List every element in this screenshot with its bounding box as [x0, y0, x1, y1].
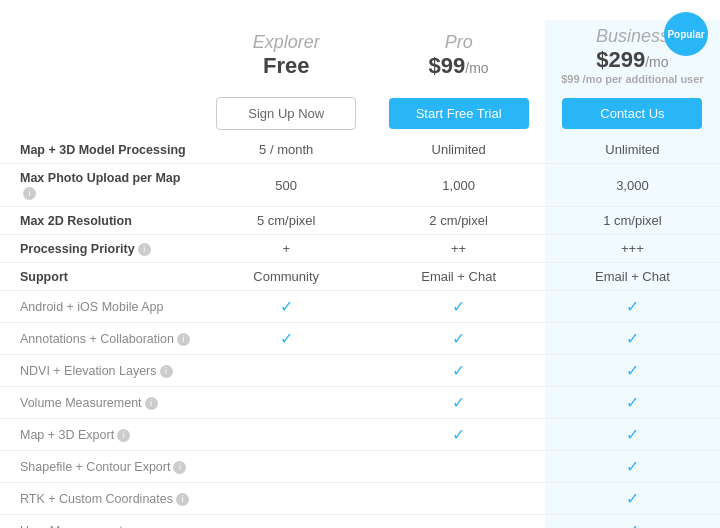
- explorer-btn-top-cell: Sign Up Now: [200, 91, 372, 136]
- pro-feature-cell: 2 cm/pixel: [372, 207, 544, 235]
- feature-label: Annotations + Collaboration: [20, 332, 174, 346]
- pro-feature-cell: ✓: [372, 323, 544, 355]
- business-feature-cell: Email + Chat: [545, 263, 720, 291]
- feature-label: Processing Priority: [20, 242, 135, 256]
- pro-feature-cell: ✓: [372, 355, 544, 387]
- business-feature-cell: ✓: [545, 323, 720, 355]
- explorer-feature-cell: [200, 483, 372, 515]
- pro-trial-top-button[interactable]: Start Free Trial: [389, 98, 529, 129]
- feature-label: Map + 3D Export: [20, 428, 114, 442]
- feature-label-cell: RTK + Custom Coordinatesi: [0, 483, 200, 515]
- pro-feature-cell: [372, 515, 544, 528]
- business-feature-cell: ✓: [545, 419, 720, 451]
- pro-feature-cell: [372, 483, 544, 515]
- table-row: NDVI + Elevation Layersi✓✓: [0, 355, 720, 387]
- pro-plan-name: Pro: [380, 32, 536, 53]
- feature-label: RTK + Custom Coordinates: [20, 492, 173, 506]
- table-row: Max Photo Upload per Mapi5001,0003,000: [0, 164, 720, 207]
- feature-label: Volume Measurement: [20, 396, 142, 410]
- explorer-col-header: Explorer Free: [200, 20, 372, 91]
- business-feature-cell: 3,000: [545, 164, 720, 207]
- info-icon[interactable]: i: [23, 187, 36, 200]
- business-feature-cell: ✓: [545, 291, 720, 323]
- business-contact-top-button[interactable]: Contact Us: [562, 98, 702, 129]
- explorer-signup-top-button[interactable]: Sign Up Now: [216, 97, 356, 130]
- info-icon[interactable]: i: [177, 333, 190, 346]
- feature-label-cell: Android + iOS Mobile App: [0, 291, 200, 323]
- table-row: Processing Priorityi++++++: [0, 235, 720, 263]
- check-icon: ✓: [626, 362, 639, 379]
- explorer-price: Free: [208, 53, 364, 79]
- table-row: Annotations + Collaborationi✓✓✓: [0, 323, 720, 355]
- feature-label-cell: Max 2D Resolution: [0, 207, 200, 235]
- pro-feature-cell: ✓: [372, 419, 544, 451]
- check-icon: ✓: [626, 522, 639, 528]
- pro-per-mo: /mo: [465, 60, 488, 76]
- check-icon: ✓: [452, 426, 465, 443]
- check-icon: ✓: [626, 426, 639, 443]
- business-feature-cell: ✓: [545, 451, 720, 483]
- business-feature-cell: 1 cm/pixel: [545, 207, 720, 235]
- business-price-value: $299: [596, 47, 645, 72]
- pro-feature-cell: ++: [372, 235, 544, 263]
- pro-btn-top-cell: Start Free Trial: [372, 91, 544, 136]
- pro-col-header: Pro $99/mo: [372, 20, 544, 91]
- pro-price-value: $99: [429, 53, 466, 78]
- check-icon: ✓: [626, 394, 639, 411]
- info-icon[interactable]: i: [138, 243, 151, 256]
- table-row: Android + iOS Mobile App✓✓✓: [0, 291, 720, 323]
- explorer-feature-cell: Community: [200, 263, 372, 291]
- explorer-feature-cell: 5 cm/pixel: [200, 207, 372, 235]
- explorer-feature-cell: 500: [200, 164, 372, 207]
- business-feature-cell: ✓: [545, 387, 720, 419]
- business-btn-top-cell: Contact Us: [545, 91, 720, 136]
- table-row: Volume Measurementi✓✓: [0, 387, 720, 419]
- feature-label: User Management: [20, 524, 123, 528]
- explorer-plan-name: Explorer: [208, 32, 364, 53]
- explorer-feature-cell: 5 / month: [200, 136, 372, 164]
- table-row: Map + 3D Exporti✓✓: [0, 419, 720, 451]
- pro-feature-cell: 1,000: [372, 164, 544, 207]
- pro-feature-cell: Email + Chat: [372, 263, 544, 291]
- check-icon: ✓: [626, 458, 639, 475]
- explorer-feature-cell: [200, 419, 372, 451]
- popular-badge: Popular: [664, 12, 708, 56]
- pricing-page: Popular Explorer Free Pro $99/mo Busines…: [0, 0, 720, 528]
- feature-label: Shapefile + Contour Export: [20, 460, 170, 474]
- feature-label-cell: Max Photo Upload per Mapi: [0, 164, 200, 207]
- explorer-feature-cell: [200, 355, 372, 387]
- check-icon: ✓: [280, 298, 293, 315]
- check-icon: ✓: [626, 298, 639, 315]
- table-row: RTK + Custom Coordinatesi✓: [0, 483, 720, 515]
- feature-label-cell: Volume Measurementi: [0, 387, 200, 419]
- check-icon: ✓: [452, 330, 465, 347]
- table-row: SupportCommunityEmail + ChatEmail + Chat: [0, 263, 720, 291]
- pricing-table: Explorer Free Pro $99/mo Business $299/m…: [0, 20, 720, 528]
- pro-feature-cell: ✓: [372, 291, 544, 323]
- feature-label: Map + 3D Model Processing: [20, 143, 186, 157]
- feature-label-cell: User Management: [0, 515, 200, 528]
- info-icon[interactable]: i: [173, 461, 186, 474]
- feature-label: Max Photo Upload per Map: [20, 171, 180, 185]
- check-icon: ✓: [452, 362, 465, 379]
- feature-col-header: [0, 20, 200, 91]
- feature-label: NDVI + Elevation Layers: [20, 364, 157, 378]
- explorer-feature-cell: [200, 387, 372, 419]
- info-icon[interactable]: i: [160, 365, 173, 378]
- explorer-feature-cell: [200, 515, 372, 528]
- pro-price: $99/mo: [380, 53, 536, 79]
- table-row: Shapefile + Contour Exporti✓: [0, 451, 720, 483]
- info-icon[interactable]: i: [145, 397, 158, 410]
- explorer-feature-cell: ✓: [200, 323, 372, 355]
- feature-label-cell: NDVI + Elevation Layersi: [0, 355, 200, 387]
- table-row: Map + 3D Model Processing5 / monthUnlimi…: [0, 136, 720, 164]
- business-feature-cell: +++: [545, 235, 720, 263]
- info-icon[interactable]: i: [176, 493, 189, 506]
- feature-label-cell: Shapefile + Contour Exporti: [0, 451, 200, 483]
- business-feature-cell: Unlimited: [545, 136, 720, 164]
- feature-label-cell: Map + 3D Exporti: [0, 419, 200, 451]
- info-icon[interactable]: i: [117, 429, 130, 442]
- check-icon: ✓: [280, 330, 293, 347]
- feature-label: Max 2D Resolution: [20, 214, 132, 228]
- explorer-feature-cell: +: [200, 235, 372, 263]
